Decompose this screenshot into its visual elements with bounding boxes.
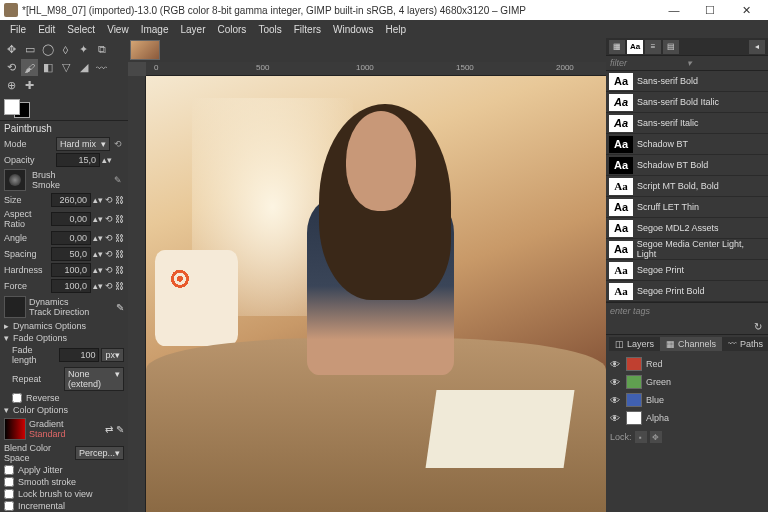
- aspect-value[interactable]: 0,00: [51, 212, 91, 226]
- font-row[interactable]: AaScript MT Bold, Bold: [606, 176, 768, 197]
- menu-edit[interactable]: Edit: [32, 24, 61, 35]
- size-link-icon[interactable]: ⛓: [115, 195, 124, 205]
- force-value[interactable]: 100,0: [51, 279, 91, 293]
- expand-icon[interactable]: ▾: [4, 333, 9, 343]
- close-button[interactable]: ✕: [728, 0, 764, 20]
- visibility-icon[interactable]: 👁: [610, 359, 622, 370]
- tab-menu-icon[interactable]: ◂: [749, 40, 765, 54]
- channel-row[interactable]: 👁Red: [606, 355, 768, 373]
- canvas[interactable]: [146, 76, 606, 512]
- smooth-checkbox[interactable]: [4, 477, 14, 487]
- fade-length-value[interactable]: 100: [59, 348, 99, 362]
- size-value[interactable]: 260,00: [51, 193, 91, 207]
- repeat-dropdown[interactable]: None (extend)▾: [64, 367, 124, 391]
- font-row[interactable]: AaSans-serif Bold Italic: [606, 92, 768, 113]
- menu-layer[interactable]: Layer: [174, 24, 211, 35]
- ruler-horizontal[interactable]: 0 500 1000 1500 2000: [146, 62, 606, 76]
- dynamics-edit-icon[interactable]: ✎: [116, 302, 124, 313]
- expand-icon[interactable]: ▸: [4, 321, 9, 331]
- channel-list[interactable]: 👁Red👁Green👁Blue👁Alpha: [606, 353, 768, 429]
- tool-paintbrush[interactable]: 🖌: [21, 59, 38, 76]
- opacity-arrows[interactable]: ▴▾: [102, 155, 112, 165]
- maximize-button[interactable]: ☐: [692, 0, 728, 20]
- lock-brush-checkbox[interactable]: [4, 489, 14, 499]
- blend-dropdown[interactable]: Percep...▾: [75, 446, 124, 460]
- font-row[interactable]: AaSegoe Print: [606, 260, 768, 281]
- font-row[interactable]: AaSchadow BT: [606, 134, 768, 155]
- menu-file[interactable]: File: [4, 24, 32, 35]
- font-row[interactable]: AaSegoe Media Center Light, Light: [606, 239, 768, 260]
- tab-fonts-icon[interactable]: Aa: [627, 40, 643, 54]
- menu-view[interactable]: View: [101, 24, 135, 35]
- tab-layers[interactable]: ◫Layers: [609, 337, 660, 351]
- tab-paths[interactable]: 〰Paths: [722, 337, 768, 351]
- tool-ellipse-select[interactable]: ◯: [39, 41, 56, 58]
- menu-help[interactable]: Help: [380, 24, 413, 35]
- visibility-icon[interactable]: 👁: [610, 377, 622, 388]
- font-list[interactable]: AaSans-serif BoldAaSans-serif Bold Itali…: [606, 71, 768, 302]
- visibility-icon[interactable]: 👁: [610, 395, 622, 406]
- jitter-checkbox[interactable]: [4, 465, 14, 475]
- tool-heal[interactable]: ✚: [21, 77, 38, 94]
- font-row[interactable]: AaSchadow BT Bold: [606, 155, 768, 176]
- color-options[interactable]: Color Options: [13, 405, 68, 415]
- chevron-down-icon[interactable]: ▾: [687, 58, 764, 68]
- brush-preview[interactable]: [4, 169, 26, 191]
- refresh-icon[interactable]: ↻: [754, 321, 762, 332]
- font-tags[interactable]: enter tags: [606, 302, 768, 319]
- font-row[interactable]: AaSans-serif Italic: [606, 113, 768, 134]
- menu-colors[interactable]: Colors: [211, 24, 252, 35]
- tool-clone[interactable]: ⊕: [3, 77, 20, 94]
- tool-fuzzy-select[interactable]: ✦: [75, 41, 92, 58]
- fg-color[interactable]: [4, 99, 20, 115]
- fade-unit[interactable]: px▾: [101, 348, 124, 362]
- opacity-value[interactable]: 15,0: [56, 153, 100, 167]
- reverse-checkbox[interactable]: [12, 393, 22, 403]
- tab-brushes-icon[interactable]: ▦: [609, 40, 625, 54]
- dynamics-preview[interactable]: [4, 296, 26, 318]
- channel-row[interactable]: 👁Green: [606, 373, 768, 391]
- tab-channels[interactable]: ▦Channels: [660, 337, 722, 351]
- fade-options[interactable]: Fade Options: [13, 333, 67, 343]
- dynamics-options[interactable]: Dynamics Options: [13, 321, 86, 331]
- menu-image[interactable]: Image: [135, 24, 175, 35]
- font-row[interactable]: AaScruff LET Thin: [606, 197, 768, 218]
- mode-dropdown[interactable]: Hard mix▾: [56, 137, 110, 151]
- brush-edit-icon[interactable]: ✎: [112, 174, 124, 186]
- tool-move[interactable]: ✥: [3, 41, 20, 58]
- gradient-edit-icon[interactable]: ✎: [116, 424, 124, 435]
- angle-value[interactable]: 0,00: [51, 231, 91, 245]
- menu-select[interactable]: Select: [61, 24, 101, 35]
- gradient-preview[interactable]: [4, 418, 26, 440]
- lock-position-icon[interactable]: ✥: [650, 431, 662, 443]
- visibility-icon[interactable]: 👁: [610, 413, 622, 424]
- tab-thumb[interactable]: [130, 40, 160, 60]
- tool-bucket[interactable]: ▽: [57, 59, 74, 76]
- lock-pixels-icon[interactable]: ▪: [635, 431, 647, 443]
- menu-tools[interactable]: Tools: [252, 24, 287, 35]
- mode-reset-icon[interactable]: ⟲: [112, 138, 124, 150]
- tool-free-select[interactable]: ◊: [57, 41, 74, 58]
- font-row[interactable]: AaSegoe MDL2 Assets: [606, 218, 768, 239]
- font-filter[interactable]: filter: [610, 58, 687, 68]
- ruler-vertical[interactable]: [128, 76, 146, 512]
- minimize-button[interactable]: —: [656, 0, 692, 20]
- tab-history-icon[interactable]: ≡: [645, 40, 661, 54]
- size-reset-icon[interactable]: ⟲: [105, 195, 113, 205]
- incremental-checkbox[interactable]: [4, 501, 14, 511]
- font-row[interactable]: AaSans-serif Bold: [606, 71, 768, 92]
- channel-row[interactable]: 👁Blue: [606, 391, 768, 409]
- tool-smudge[interactable]: 〰: [93, 59, 110, 76]
- expand-icon[interactable]: ▾: [4, 405, 9, 415]
- color-swatches[interactable]: [4, 99, 36, 118]
- menu-filters[interactable]: Filters: [288, 24, 327, 35]
- menu-windows[interactable]: Windows: [327, 24, 380, 35]
- tool-rect-select[interactable]: ▭: [21, 41, 38, 58]
- tab-patterns-icon[interactable]: ▤: [663, 40, 679, 54]
- tool-rotate[interactable]: ⟲: [3, 59, 20, 76]
- spacing-value[interactable]: 50,0: [51, 247, 91, 261]
- hardness-value[interactable]: 100,0: [51, 263, 91, 277]
- font-row[interactable]: AaSegoe Print Bold: [606, 281, 768, 302]
- channel-row[interactable]: 👁Alpha: [606, 409, 768, 427]
- tool-crop[interactable]: ⧉: [93, 41, 110, 58]
